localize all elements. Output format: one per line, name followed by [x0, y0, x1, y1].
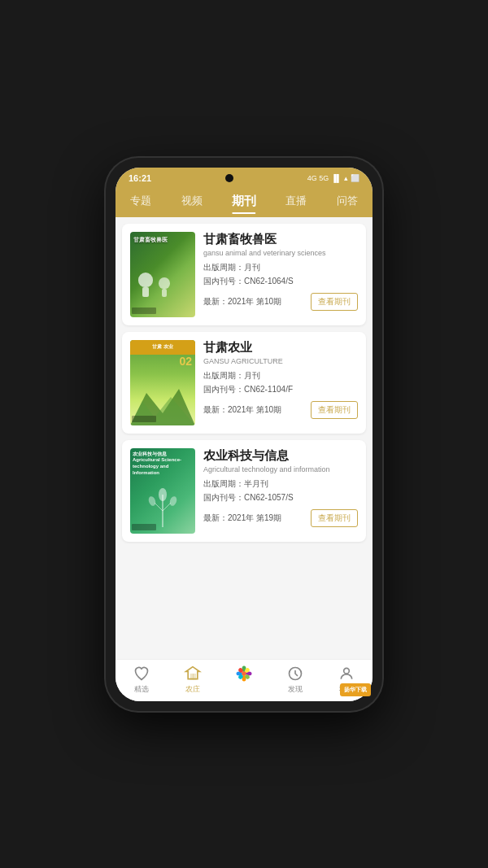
journal-latest-3: 最新：2021年 第19期 [203, 513, 281, 524]
status-bar: 16:21 4G 5G ▐▌ ▴ ⬜ [115, 168, 373, 187]
journal-meta-3: 出版周期：半月刊 国内刊号：CN62-1057/S [203, 477, 358, 504]
cover-3-barcode [132, 524, 156, 530]
signal-icon: ▐▌ [331, 174, 342, 182]
journal-cover-1[interactable]: 甘肃畜牧兽医 [130, 232, 195, 317]
journal-footer-3: 最新：2021年 第19期 查看期刊 [203, 509, 358, 527]
journal-card-3: 农业科技与信息Agricultural Science-technology a… [122, 440, 366, 542]
journal-cover-2[interactable]: 甘肃 农业 02 [130, 340, 195, 425]
bottom-tab-nongzhuang[interactable]: 农庄 [184, 665, 202, 695]
journal-info-1: 甘肃畜牧兽医 gansu animal and veterinary scien… [203, 232, 358, 311]
tab-zhibo[interactable]: 直播 [281, 192, 312, 211]
journal-cn-1: 国内刊号：CN62-1064/S [203, 274, 358, 288]
svg-point-5 [147, 495, 157, 506]
bottom-tabs: 精选 农庄 [115, 659, 373, 701]
svg-rect-9 [194, 674, 196, 678]
discover-icon [286, 665, 304, 683]
bottom-tab-label-faxian: 发现 [288, 684, 303, 695]
phone-screen: 16:21 4G 5G ▐▌ ▴ ⬜ 专题 视频 期刊 直播 问答 甘肃畜牧兽医 [115, 168, 373, 701]
tab-shipin[interactable]: 视频 [176, 192, 207, 211]
bottom-tab-label-jingxuan: 精选 [134, 684, 149, 695]
tab-zhuanti[interactable]: 专题 [125, 192, 156, 211]
journal-meta-2: 出版周期：月刊 国内刊号：CN62-1104/F [203, 369, 358, 396]
journal-period-1: 出版周期：月刊 [203, 260, 358, 274]
cover-2-num: 02 [179, 355, 192, 368]
journal-title-en-2: GANSU AGRICULTURE [203, 357, 358, 365]
journal-title-3: 农业科技与信息 [203, 448, 358, 464]
svg-point-7 [168, 495, 178, 506]
svg-point-3 [159, 488, 167, 501]
journal-cn-2: 国内刊号：CN62-1104/F [203, 382, 358, 396]
network-icon: 4G 5G [307, 174, 329, 182]
journal-latest-2: 最新：2021年 第10期 [203, 404, 281, 416]
journal-info-3: 农业科技与信息 Agricultural technology and info… [203, 448, 358, 527]
journal-meta-1: 出版周期：月刊 国内刊号：CN62-1064/S [203, 260, 358, 288]
journal-info-2: 甘肃农业 GANSU AGRICULTURE 出版周期：月刊 国内刊号：CN62… [203, 340, 358, 419]
view-btn-1[interactable]: 查看期刊 [311, 293, 358, 311]
journal-cover-3[interactable]: 农业科技与信息Agricultural Science-technology a… [130, 448, 195, 534]
journal-cn-3: 国内刊号：CN62-1057/S [203, 491, 358, 504]
wifi-icon: ▴ [344, 174, 348, 182]
tab-wenda[interactable]: 问答 [332, 192, 363, 211]
cover-2-header: 甘肃 农业 [130, 340, 195, 355]
svg-rect-8 [190, 674, 193, 678]
journal-footer-2: 最新：2021年 第10期 查看期刊 [203, 401, 358, 419]
phone-frame: 16:21 4G 5G ▐▌ ▴ ⬜ 专题 视频 期刊 直播 问答 甘肃畜牧兽医 [106, 158, 382, 711]
svg-point-20 [344, 668, 350, 674]
battery-icon: ⬜ [351, 174, 359, 182]
bottom-tab-home[interactable] [235, 665, 253, 695]
content-area: 甘肃畜牧兽医 甘肃畜牧兽医 gansu animal and veterinar… [115, 217, 373, 659]
status-time: 16:21 [129, 173, 151, 183]
farm-icon [184, 665, 202, 683]
cover-3-title-text: 农业科技与信息Agricultural Science-technology a… [133, 451, 195, 477]
camera-notch [225, 174, 233, 182]
view-btn-2[interactable]: 查看期刊 [311, 401, 358, 419]
journal-card-2: 甘肃 农业 02 甘肃农业 GANSU AGRICULTURE 出 [122, 332, 366, 434]
tab-qikan[interactable]: 期刊 [227, 192, 261, 211]
svg-line-6 [163, 503, 171, 511]
journal-title-en-1: gansu animal and veterinary sciences [203, 249, 358, 257]
journal-period-2: 出版周期：月刊 [203, 369, 358, 382]
nav-tabs: 专题 视频 期刊 直播 问答 [115, 187, 373, 217]
journal-title-2: 甘肃农业 [203, 340, 358, 355]
journal-card-1: 甘肃畜牧兽医 甘肃畜牧兽医 gansu animal and veterinar… [122, 224, 366, 325]
bottom-tab-jingxuan[interactable]: 精选 [133, 665, 150, 695]
journal-latest-1: 最新：2021年 第10期 [203, 296, 281, 308]
status-icons: 4G 5G ▐▌ ▴ ⬜ [307, 174, 359, 182]
svg-line-4 [155, 503, 163, 511]
view-btn-3[interactable]: 查看期刊 [311, 509, 358, 527]
heart-icon [133, 665, 150, 683]
flower-icon [235, 665, 253, 683]
journal-title-1: 甘肃畜牧兽医 [203, 232, 358, 247]
user-icon [338, 665, 355, 683]
journal-period-3: 出版周期：半月刊 [203, 477, 358, 491]
journal-footer-1: 最新：2021年 第10期 查看期刊 [203, 293, 358, 311]
bottom-tab-faxian[interactable]: 发现 [286, 665, 304, 695]
cover-2-barcode [132, 416, 156, 422]
cover-1-title-text: 甘肃畜牧兽医 [133, 237, 168, 243]
bottom-tab-label-nongzhuang: 农庄 [185, 684, 200, 695]
cover-1-barcode [132, 308, 156, 314]
watermark: 扬华下载 [340, 683, 371, 696]
journal-title-en-3: Agricultural technology and information [203, 465, 358, 473]
